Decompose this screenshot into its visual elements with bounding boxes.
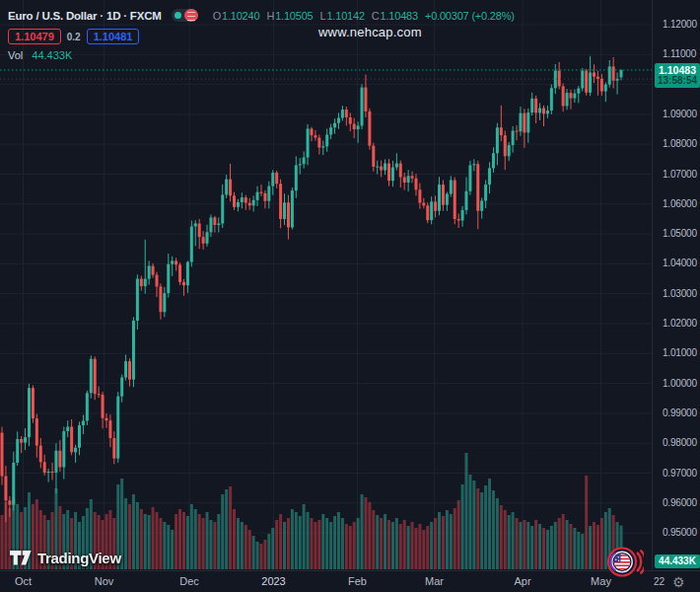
- price-axis-label: 1.01000: [663, 347, 697, 358]
- price-axis-label: 1.04000: [663, 258, 697, 268]
- high-value: 1.10505: [275, 10, 313, 22]
- sell-bid-button[interactable]: 1.10479: [8, 29, 61, 44]
- buy-ask-button[interactable]: 1.10481: [87, 29, 140, 44]
- price-axis-label: 1.11000: [663, 48, 696, 59]
- last-price-badge: 1.10483 13:58:54: [655, 63, 700, 88]
- price-axis-label: 1.08000: [663, 138, 697, 149]
- price-axis[interactable]: 44.433K 1.120001.110001.100001.090001.08…: [652, 0, 700, 570]
- price-axis-label: 1.02000: [663, 318, 697, 329]
- bar-countdown: 13:58:54: [655, 76, 700, 86]
- price-axis-label: 1.07000: [663, 169, 697, 180]
- low-value: 1.10142: [326, 10, 364, 22]
- spread-value: 0.2: [67, 32, 81, 42]
- price-axis-label: 0.95000: [663, 527, 697, 538]
- ohlc-readout: O1.10240 H1.10505 L1.10142 C1.10483 +0.0…: [213, 10, 515, 22]
- tradingview-logo-text: TradingView: [37, 550, 121, 566]
- price-axis-label: 0.96000: [663, 497, 697, 508]
- change-value: +0.00307 (+0.28%): [425, 10, 515, 22]
- symbol-title[interactable]: Euro / U.S. Dollar · 1D · FXCM: [8, 10, 162, 22]
- price-axis-label: 1.00000: [663, 378, 697, 389]
- volume-value: 44.433K: [32, 49, 72, 61]
- tradingview-logo[interactable]: TradingView: [10, 550, 121, 566]
- time-axis-year-label: 2023: [261, 575, 285, 587]
- time-axis-month-label: Nov: [95, 575, 114, 587]
- price-axis-label: 1.05000: [663, 228, 697, 239]
- nehcap-logo-icon: [606, 547, 644, 577]
- price-axis-label: 1.03000: [663, 288, 697, 299]
- toggle-menu-icon: [184, 9, 198, 22]
- price-axis-label: 1.12000: [663, 19, 697, 30]
- close-value: 1.10483: [381, 10, 418, 22]
- low-label: L: [320, 10, 326, 22]
- high-label: H: [266, 10, 274, 22]
- time-axis-month-label: Apr: [514, 575, 530, 587]
- volume-label: Vol: [8, 49, 23, 61]
- tradingview-chart-window: www.nehcap.com Euro / U.S. Dollar · 1D ·…: [0, 0, 700, 592]
- axis-end-time: 22: [654, 576, 665, 587]
- tradingview-mark-icon: [10, 551, 32, 565]
- price-axis-label: 0.99000: [663, 407, 697, 418]
- volume-axis-badge: 44.433K: [655, 555, 700, 568]
- time-axis-month-label: Mar: [425, 575, 444, 587]
- price-axis-label: 1.09000: [663, 109, 697, 119]
- chart-legend: Euro / U.S. Dollar · 1D · FXCM O1.10240 …: [8, 7, 515, 61]
- close-label: C: [372, 10, 380, 22]
- gear-icon[interactable]: ⚙: [672, 573, 685, 591]
- trade-panel-toggle[interactable]: [172, 9, 198, 22]
- time-axis-month-label: Feb: [348, 575, 367, 587]
- candlestick-chart[interactable]: [0, 0, 652, 570]
- open-label: O: [213, 10, 221, 22]
- time-axis-month-label: Oct: [15, 575, 32, 587]
- toggle-dot-icon: [175, 12, 181, 19]
- price-axis-label: 0.97000: [663, 468, 697, 479]
- open-value: 1.10240: [222, 10, 259, 22]
- time-axis[interactable]: 22 ⚙ OctNovDec2023FebMarAprMay: [0, 570, 700, 592]
- time-axis-month-label: Dec: [179, 575, 199, 587]
- price-axis-label: 1.06000: [663, 198, 697, 209]
- price-axis-label: 0.98000: [663, 437, 697, 448]
